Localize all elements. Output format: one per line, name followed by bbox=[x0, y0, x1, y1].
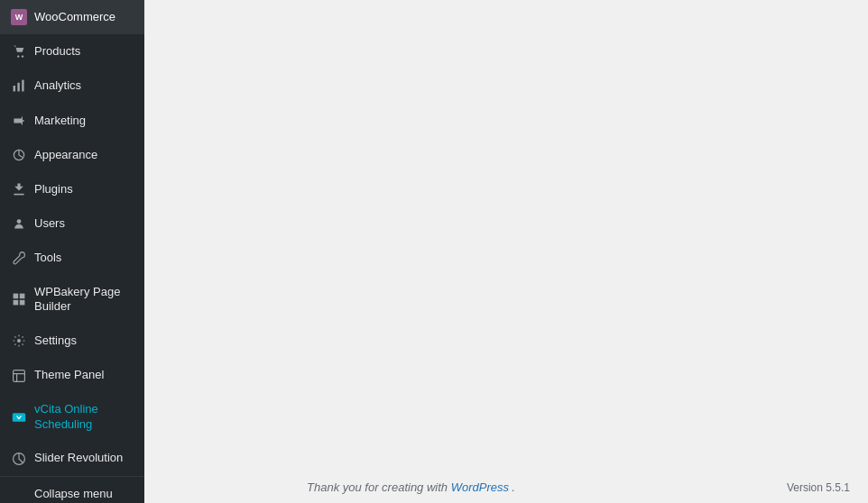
plugins-icon bbox=[11, 181, 27, 197]
sidebar-item-label: Tools bbox=[34, 250, 61, 266]
svg-rect-14 bbox=[13, 413, 25, 422]
footer: Thank you for creating with WordPress . … bbox=[289, 471, 868, 503]
svg-point-1 bbox=[22, 56, 23, 58]
tools-icon bbox=[11, 250, 27, 266]
sidebar-item-plugins[interactable]: Plugins bbox=[0, 172, 144, 206]
main-content: Thank you for creating with WordPress . … bbox=[144, 0, 868, 503]
footer-text: Thank you for creating with WordPress . bbox=[307, 480, 515, 494]
svg-rect-3 bbox=[17, 83, 19, 92]
appearance-icon bbox=[11, 147, 27, 163]
svg-rect-2 bbox=[14, 86, 15, 91]
sidebar-item-label: WooCommerce bbox=[34, 9, 115, 25]
sidebar-item-label: Users bbox=[34, 215, 65, 232]
svg-rect-9 bbox=[20, 294, 25, 299]
svg-rect-8 bbox=[14, 294, 19, 299]
sidebar-item-users[interactable]: Users bbox=[0, 206, 144, 241]
thank-you-text: Thank you for creating with bbox=[307, 480, 451, 494]
sidebar-item-label: vCita Online Scheduling bbox=[34, 402, 134, 433]
svg-rect-11 bbox=[20, 300, 25, 306]
sidebar-item-analytics[interactable]: Analytics bbox=[0, 69, 144, 103]
marketing-icon bbox=[11, 113, 27, 129]
sidebar-item-label: Plugins bbox=[34, 181, 73, 197]
sidebar-item-slider-revolution[interactable]: Slider Revolution bbox=[0, 441, 144, 475]
sidebar-item-label: Slider Revolution bbox=[34, 450, 123, 466]
sidebar-item-vcita-container: vCita Online Scheduling vCita Online Sch… bbox=[0, 393, 144, 442]
users-icon bbox=[11, 215, 27, 232]
theme-panel-icon bbox=[11, 368, 27, 384]
sidebar-item-settings[interactable]: Settings bbox=[0, 324, 144, 358]
svg-point-12 bbox=[17, 339, 21, 343]
wpbakery-icon bbox=[11, 291, 27, 307]
svg-rect-13 bbox=[14, 370, 25, 381]
sidebar: W WooCommerce Products Analytics Marketi… bbox=[0, 0, 144, 503]
footer-period: . bbox=[512, 480, 515, 494]
wordpress-link[interactable]: WordPress bbox=[451, 480, 509, 494]
woo-icon: W bbox=[11, 9, 27, 25]
vcita-icon bbox=[11, 409, 27, 425]
sidebar-item-tools[interactable]: Tools bbox=[0, 241, 144, 275]
sidebar-item-wpbakery[interactable]: WPBakery Page Builder bbox=[0, 276, 144, 325]
svg-point-7 bbox=[17, 219, 22, 224]
version-text: Version 5.5.1 bbox=[787, 481, 850, 494]
settings-icon bbox=[11, 333, 27, 349]
sidebar-item-woocommerce[interactable]: W WooCommerce bbox=[0, 0, 144, 34]
sidebar-item-label: WPBakery Page Builder bbox=[34, 285, 134, 316]
slider-revolution-icon bbox=[11, 451, 27, 467]
svg-point-0 bbox=[17, 56, 19, 58]
sidebar-item-label: Appearance bbox=[34, 147, 97, 163]
sidebar-item-label: Settings bbox=[34, 333, 77, 349]
sidebar-item-theme-panel[interactable]: Theme Panel bbox=[0, 358, 144, 392]
sidebar-item-vcita[interactable]: vCita Online Scheduling bbox=[0, 393, 144, 442]
sidebar-item-appearance[interactable]: Appearance bbox=[0, 138, 144, 172]
svg-rect-10 bbox=[14, 300, 19, 306]
sidebar-item-label: Marketing bbox=[34, 113, 86, 129]
sidebar-item-label: Theme Panel bbox=[34, 367, 104, 383]
sidebar-item-marketing[interactable]: Marketing bbox=[0, 104, 144, 138]
collapse-label: Collapse menu bbox=[34, 486, 113, 502]
collapse-icon bbox=[11, 486, 27, 502]
products-icon bbox=[11, 43, 27, 59]
sidebar-collapse-menu[interactable]: Collapse menu bbox=[0, 476, 144, 503]
analytics-icon bbox=[11, 78, 27, 94]
sidebar-item-label: Analytics bbox=[34, 78, 81, 94]
svg-rect-6 bbox=[14, 194, 23, 196]
sidebar-item-label: Products bbox=[34, 43, 80, 59]
sidebar-item-products[interactable]: Products bbox=[0, 34, 144, 69]
svg-rect-4 bbox=[22, 80, 23, 92]
